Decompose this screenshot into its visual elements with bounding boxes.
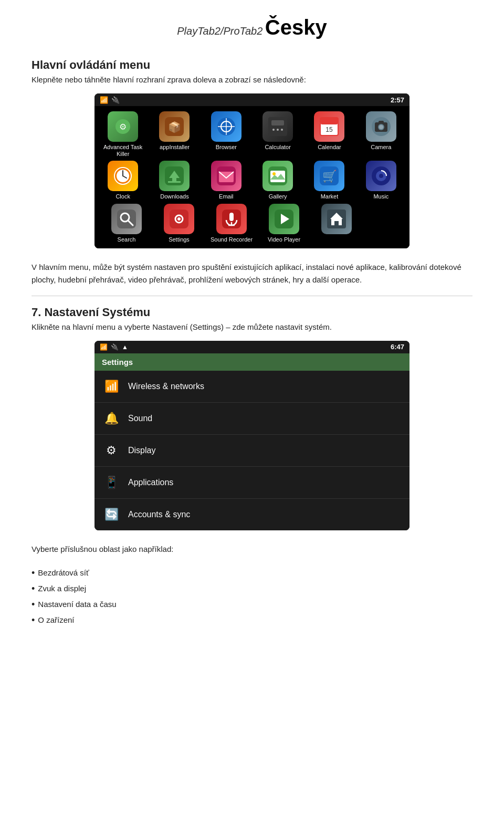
status-time-1: 2:57 [391,96,404,104]
app-label-settings: Settings [169,236,190,243]
svg-point-34 [272,172,276,175]
app-clock[interactable]: Clock [99,161,146,200]
page-main-title: Česky [265,16,327,39]
bullet-label-4: O zařízení [38,612,74,628]
app-calculator[interactable]: Calculator [254,111,301,151]
app-label-gallery: Gallery [269,193,287,200]
app-home[interactable] [313,204,360,236]
app-icon-email [211,161,242,191]
bullet-dot-3: • [32,598,35,612]
app-icon-video-player [269,204,299,234]
app-camera[interactable]: Camera [358,111,405,151]
bullet-dot-4: • [32,613,35,627]
settings-label-applications: Applications [128,478,173,487]
bullet-item-3: • Nastavení data a času [32,597,472,612]
settings-icon-signal: 📶 [100,343,108,351]
svg-point-10 [272,129,275,131]
body-text-1: V hlavním menu, může být systém nastaven… [32,261,472,286]
page-title: PlayTab2/ProTab2 Česky [32,16,472,39]
settings-status-bar: 📶 🔌 ▲ 6:47 [94,341,410,353]
svg-rect-21 [379,121,384,123]
app-email[interactable]: Email [203,161,250,200]
settings-icon-accounts: 🔄 [103,506,120,523]
bullet-dot-2: • [32,582,35,596]
app-row-1: ⚙ Advanced Task Killer 📦 appInstaller Br… [98,111,406,158]
svg-text:⚙: ⚙ [119,122,127,131]
app-appinstaller[interactable]: 📦 appInstaller [151,111,198,151]
bullet-list: • Bezdrátová síť • Zvuk a displej • Nast… [32,565,472,628]
app-label-video-player: Video Player [268,236,300,243]
app-icon-atk: ⚙ [108,111,138,142]
svg-point-39 [379,174,383,178]
settings-item-sound[interactable]: 🔔 Sound [94,403,410,435]
settings-icon-applications: 📱 [103,474,120,491]
android-screenshot-1: 📶 🔌 2:57 ⚙ Advanced Task Killer 📦 appIns… [94,93,410,248]
settings-header: Settings [94,353,410,371]
svg-text:📦: 📦 [168,121,181,133]
divider-1 [32,296,472,296]
app-icon-home [321,204,352,234]
app-label-calculator: Calculator [265,144,291,151]
svg-rect-15 [321,118,338,124]
app-settings[interactable]: Settings [155,204,203,243]
app-grid-1: ⚙ Advanced Task Killer 📦 appInstaller Br… [94,106,410,248]
settings-item-accounts[interactable]: 🔄 Accounts & sync [94,499,410,530]
section7-heading: 7. Nastavení Systému [32,306,472,319]
app-label-clock: Clock [116,193,130,200]
app-downloads[interactable]: Downloads [151,161,198,200]
svg-text:15: 15 [326,126,333,133]
status-icon-usb: 🔌 [111,96,120,104]
app-icon-appinstaller: 📦 [159,111,190,142]
section7-subtitle: Klikněte na hlavní menu a vyberte Nastav… [32,322,472,331]
settings-item-applications[interactable]: 📱 Applications [94,467,410,499]
bullet-label-3: Nastavení data a času [38,597,116,612]
app-label-search: Search [118,236,136,243]
settings-icon-extra: ▲ [122,343,128,351]
app-icon-sound-recorder [216,204,247,234]
settings-status-icons: 📶 🔌 ▲ [100,343,128,351]
settings-screenshot: 📶 🔌 ▲ 6:47 Settings 📶 Wireless & network… [94,341,410,530]
bullet-item-2: • Zvuk a displej [32,581,472,597]
settings-icon-usb: 🔌 [111,343,119,351]
app-atk[interactable]: ⚙ Advanced Task Killer [99,111,146,158]
app-row-3: Search Settings Sound Recorder Video Pla… [98,204,406,243]
settings-item-display[interactable]: ⚙ Display [94,435,410,467]
app-label-downloads: Downloads [160,193,188,200]
settings-icon-sound: 🔔 [103,410,120,427]
svg-point-20 [379,125,383,129]
bullet-item-4: • O zařízení [32,612,472,628]
svg-point-45 [177,217,181,221]
app-label-camera: Camera [371,144,391,151]
app-market[interactable]: 🛒 Market [306,161,353,200]
app-sound-recorder[interactable]: Sound Recorder [208,204,255,243]
settings-item-wireless[interactable]: 📶 Wireless & networks [94,371,410,403]
app-video-player[interactable]: Video Player [260,204,308,243]
section1-heading: Hlavní ovládání menu [32,58,472,72]
svg-point-11 [277,129,279,131]
app-label-appinstaller: appInstaller [160,144,190,151]
settings-icon-wireless: 📶 [103,378,120,395]
app-label-browser: Browser [216,144,237,151]
app-music[interactable]: Music [358,161,405,200]
settings-list: 📶 Wireless & networks 🔔 Sound ⚙ Display … [94,371,410,530]
bullet-dot-1: • [32,566,35,580]
app-search[interactable]: Search [103,204,150,243]
svg-rect-47 [229,213,234,221]
app-calendar[interactable]: 15 Calendar [306,111,353,151]
app-icon-calculator [262,111,293,142]
svg-rect-9 [271,120,284,125]
settings-label-accounts: Accounts & sync [128,510,190,519]
svg-text:🛒: 🛒 [322,169,337,183]
settings-icon-display: ⚙ [103,442,120,459]
bullet-label-1: Bezdrátová síť [38,565,89,581]
app-label-sound-recorder: Sound Recorder [211,236,253,243]
app-gallery[interactable]: Gallery [254,161,301,200]
app-browser[interactable]: Browser [203,111,250,151]
svg-rect-28 [172,178,176,181]
settings-label-display: Display [128,446,155,455]
app-icon-calendar: 15 [314,111,344,142]
app-icon-camera [366,111,396,142]
app-icon-clock [108,161,138,191]
body-text-2: Vyberte příslušnou oblast jako například… [32,543,472,556]
app-row-2: Clock Downloads Email Gallery [98,161,406,200]
